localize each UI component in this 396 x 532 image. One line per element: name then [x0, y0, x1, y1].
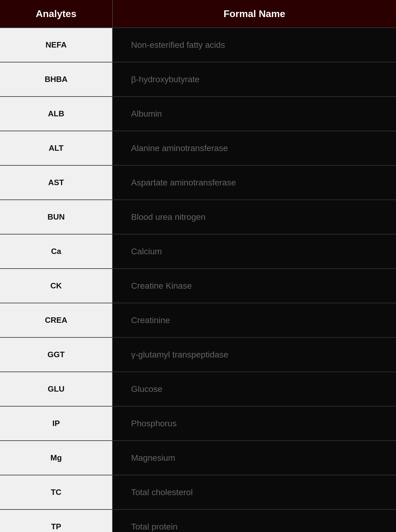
formal-name-cell: Albumin [113, 97, 396, 131]
table-row: BHBAβ-hydroxybutyrate [0, 62, 396, 96]
formal-name-cell: Total cholesterol [113, 475, 396, 509]
table-header: Analytes Formal Name [0, 0, 396, 27]
analyte-cell: NEFA [0, 28, 113, 62]
formal-name-cell: Aspartate aminotransferase [113, 166, 396, 199]
formal-name-cell: γ-glutamyl transpeptidase [113, 338, 396, 372]
formal-name-cell: Creatinine [113, 303, 396, 337]
formal-name-cell: Glucose [113, 372, 396, 406]
table-row: ALTAlanine aminotransferase [0, 131, 396, 165]
table-row: MgMagnesium [0, 440, 396, 475]
analyte-cell: AST [0, 166, 113, 199]
table-body: NEFANon-esterified fatty acidsBHBAβ-hydr… [0, 27, 396, 532]
table-row: CaCalcium [0, 234, 396, 268]
formal-name-cell: Blood urea nitrogen [113, 200, 396, 234]
analyte-cell: CREA [0, 303, 113, 337]
table-row: NEFANon-esterified fatty acids [0, 27, 396, 62]
table-row: BUNBlood urea nitrogen [0, 199, 396, 234]
analyte-cell: TC [0, 475, 113, 509]
table-row: ALBAlbumin [0, 96, 396, 131]
analyte-cell: BUN [0, 200, 113, 234]
analyte-cell: ALT [0, 131, 113, 165]
table-row: GGTγ-glutamyl transpeptidase [0, 337, 396, 372]
formal-name-cell: Alanine aminotransferase [113, 131, 396, 165]
analyte-cell: Ca [0, 234, 113, 268]
analyte-cell: GLU [0, 372, 113, 406]
header-analytes: Analytes [0, 0, 113, 27]
analytes-table: Analytes Formal Name NEFANon-esterified … [0, 0, 396, 532]
table-row: TCTotal cholesterol [0, 475, 396, 509]
formal-name-cell: Phosphorus [113, 407, 396, 440]
analyte-cell: TP [0, 510, 113, 532]
table-row: ASTAspartate aminotransferase [0, 165, 396, 199]
analyte-cell: CK [0, 269, 113, 303]
formal-name-cell: Creatine Kinase [113, 269, 396, 303]
formal-name-cell: β-hydroxybutyrate [113, 62, 396, 96]
formal-name-cell: Calcium [113, 234, 396, 268]
table-row: IPPhosphorus [0, 406, 396, 440]
header-formal-name: Formal Name [113, 0, 396, 27]
table-row: GLUGlucose [0, 372, 396, 406]
analyte-cell: Mg [0, 441, 113, 475]
formal-name-cell: Non-esterified fatty acids [113, 28, 396, 62]
table-row: TPTotal protein [0, 509, 396, 532]
table-row: CREACreatinine [0, 303, 396, 337]
analyte-cell: BHBA [0, 62, 113, 96]
formal-name-cell: Magnesium [113, 441, 396, 475]
table-row: CKCreatine Kinase [0, 268, 396, 303]
analyte-cell: ALB [0, 97, 113, 131]
formal-name-cell: Total protein [113, 510, 396, 532]
analyte-cell: GGT [0, 338, 113, 372]
analyte-cell: IP [0, 407, 113, 440]
